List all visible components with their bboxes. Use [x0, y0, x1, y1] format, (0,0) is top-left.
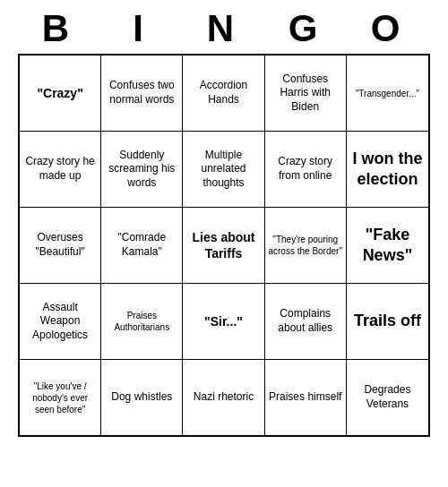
title-letter: I [109, 7, 174, 50]
title-letter: B [27, 7, 91, 50]
bingo-cell: "Comrade Kamala" [101, 208, 183, 283]
bingo-cell: Complains about allies [265, 284, 347, 359]
bingo-cell: Praises himself [265, 360, 347, 435]
bingo-cell: Assault Weapon Apologetics [20, 284, 101, 359]
bingo-cell: Trails off [347, 284, 428, 359]
title-letter: N [192, 7, 256, 50]
bingo-row: "Like you've / nobody's ever seen before… [20, 360, 428, 435]
bingo-cell: "They're pouring across the Border" [265, 208, 347, 283]
bingo-cell: "Crazy" [20, 56, 101, 131]
bingo-cell: Crazy story he made up [20, 132, 101, 207]
bingo-cell: Dog whistles [101, 360, 183, 435]
bingo-cell: Crazy story from online [265, 132, 347, 207]
bingo-cell: "Transgender..." [347, 56, 428, 131]
bingo-cell: "Sir..." [183, 284, 264, 359]
bingo-cell: "Fake News" [347, 208, 428, 283]
bingo-cell: Lies about Tariffs [183, 208, 264, 283]
bingo-cell: Confuses Harris with Biden [265, 56, 347, 131]
bingo-cell: Multiple unrelated thoughts [183, 132, 264, 207]
title-letter: G [274, 7, 339, 50]
bingo-cell: Accordion Hands [183, 56, 264, 131]
bingo-cell: Overuses "Beautiful" [20, 208, 101, 283]
bingo-cell: Confuses two normal words [101, 56, 183, 131]
bingo-title: BINGO [18, 0, 430, 54]
bingo-row: Crazy story he made upSuddenly screaming… [20, 132, 428, 208]
bingo-cell: Degrades Veterans [347, 360, 428, 435]
bingo-cell: I won the election [347, 132, 428, 207]
bingo-cell: "Like you've / nobody's ever seen before… [20, 360, 101, 435]
bingo-cell: Nazi rhetoric [183, 360, 264, 435]
bingo-cell: Suddenly screaming his words [101, 132, 183, 207]
bingo-row: Overuses "Beautiful""Comrade Kamala"Lies… [20, 208, 428, 284]
title-letter: O [357, 7, 421, 50]
bingo-grid: "Crazy"Confuses two normal wordsAccordio… [18, 54, 430, 437]
bingo-cell: Praises Authoritarians [101, 284, 183, 359]
bingo-row: Assault Weapon ApologeticsPraises Author… [20, 284, 428, 360]
bingo-row: "Crazy"Confuses two normal wordsAccordio… [20, 56, 428, 132]
